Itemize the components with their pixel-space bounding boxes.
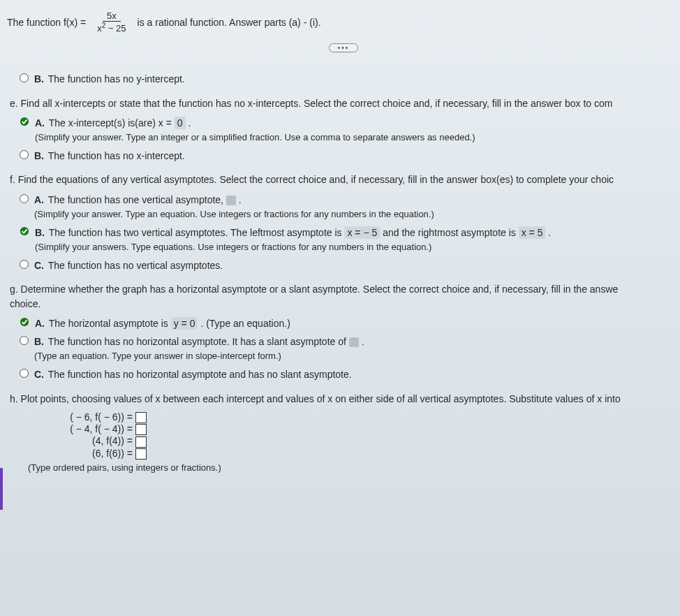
option-text: The horizontal asymptote is xyxy=(49,318,168,329)
option-letter: C. xyxy=(34,260,44,271)
option-text: . xyxy=(362,336,364,347)
option-text: The function has no horizontal asymptote… xyxy=(48,369,352,380)
option-text: and the rightmost asymptote is xyxy=(383,227,516,238)
h-row-3: (6, f(6)) = xyxy=(28,448,133,459)
answer-input[interactable] xyxy=(135,424,147,435)
answer-input[interactable] xyxy=(135,448,147,460)
h-rows: ( − 6, f( − 6)) = ( − 4, f( − 4)) = (4, … xyxy=(28,411,680,460)
option-text: The function has one vertical asymptote, xyxy=(48,194,223,205)
header-prefix: The function f(x) = xyxy=(7,17,86,28)
answer-input[interactable] xyxy=(135,412,147,423)
option-letter: B. xyxy=(34,73,44,85)
option-text: The function has no y-intercept. xyxy=(48,73,185,85)
checkmark-icon xyxy=(20,317,29,327)
hint-text: (Type an equation. Type your answer in s… xyxy=(34,351,281,361)
f-option-c[interactable]: C. The function has no vertical asymptot… xyxy=(20,258,680,272)
option-text: . xyxy=(548,227,551,238)
fraction: 5x x2 − 25 xyxy=(93,10,130,34)
option-text: The x-intercept(s) is(are) x = xyxy=(49,117,172,129)
side-accent xyxy=(0,468,3,510)
option-text: The function has no x-intercept. xyxy=(48,150,185,161)
option-text: The function has no vertical asymptotes. xyxy=(48,260,223,271)
answer-value[interactable]: x = − 5 xyxy=(344,226,380,239)
option-text: . xyxy=(239,194,242,205)
answer-value[interactable]: x = 5 xyxy=(519,226,546,239)
radio-icon[interactable] xyxy=(20,369,29,378)
svg-point-1 xyxy=(20,227,29,235)
option-letter: C. xyxy=(34,369,44,380)
ellipsis-icon[interactable]: ••• xyxy=(329,43,359,52)
g-option-c[interactable]: C. The function has no horizontal asympt… xyxy=(20,367,680,381)
option-text: . xyxy=(188,117,191,129)
checkmark-icon xyxy=(20,226,29,236)
radio-icon[interactable] xyxy=(20,336,29,345)
option-letter: A. xyxy=(35,318,45,329)
h-hint: (Type ordered pairs, using integers or f… xyxy=(28,462,680,473)
g-option-b[interactable]: B. The function has no horizontal asympt… xyxy=(20,335,680,363)
radio-icon[interactable] xyxy=(20,150,29,159)
svg-point-2 xyxy=(20,318,29,326)
h-row-0: ( − 6, f( − 6)) = xyxy=(28,411,133,423)
answer-value[interactable]: 0 xyxy=(175,117,186,129)
option-letter: B. xyxy=(34,150,44,161)
ellipsis-bar: ••• xyxy=(7,43,680,52)
prior-option-b[interactable]: B. The function has no y-intercept. xyxy=(20,72,680,86)
part-h-prompt: h. Plot points, choosing values of x bet… xyxy=(10,392,680,406)
option-text: The function has no horizontal asymptote… xyxy=(48,336,346,347)
option-letter: B. xyxy=(34,336,44,347)
f-option-a[interactable]: A. The function has one vertical asympto… xyxy=(20,193,680,221)
empty-answer-box[interactable] xyxy=(226,196,236,205)
radio-icon[interactable] xyxy=(20,194,29,203)
option-text: . (Type an equation.) xyxy=(200,318,290,329)
hint-text: (Simplify your answer. Type an equation.… xyxy=(34,209,434,219)
answer-input[interactable] xyxy=(135,437,147,448)
hint-text: (Simplify your answers. Type equations. … xyxy=(35,242,431,252)
empty-answer-box[interactable] xyxy=(349,337,359,347)
option-letter: B. xyxy=(35,227,45,238)
part-e-prompt: e. Find all x-intercepts or state that t… xyxy=(10,96,680,110)
question-header: The function f(x) = 5x x2 − 25 is a rati… xyxy=(7,10,680,34)
h-row-1: ( − 4, f( − 4)) = xyxy=(28,423,133,434)
f-option-b[interactable]: B. The function has two vertical asympto… xyxy=(20,226,680,254)
checkmark-icon xyxy=(20,117,29,126)
e-option-a[interactable]: A. The x-intercept(s) is(are) x = 0 . (S… xyxy=(20,116,680,145)
fraction-denominator: x2 − 25 xyxy=(93,22,130,34)
hint-text: (Simplify your answer. Type an integer o… xyxy=(35,132,475,142)
radio-icon[interactable] xyxy=(20,73,29,82)
e-option-b[interactable]: B. The function has no x-intercept. xyxy=(20,149,680,163)
part-g-prompt: g. Determine whether the graph has a hor… xyxy=(10,282,680,311)
part-f-prompt: f. Find the equations of any vertical as… xyxy=(10,173,680,186)
option-text: The function has two vertical asymptotes… xyxy=(49,227,342,238)
answer-value[interactable]: y = 0 xyxy=(171,317,198,330)
g-option-a[interactable]: A. The horizontal asymptote is y = 0 . (… xyxy=(20,316,680,330)
header-suffix: is a rational function. Answer parts (a)… xyxy=(138,17,321,28)
fraction-numerator: 5x xyxy=(103,10,121,22)
svg-point-0 xyxy=(20,117,29,126)
option-letter: A. xyxy=(35,117,45,129)
h-row-2: (4, f(4)) = xyxy=(28,435,133,446)
option-letter: A. xyxy=(34,194,44,205)
radio-icon[interactable] xyxy=(20,260,29,269)
